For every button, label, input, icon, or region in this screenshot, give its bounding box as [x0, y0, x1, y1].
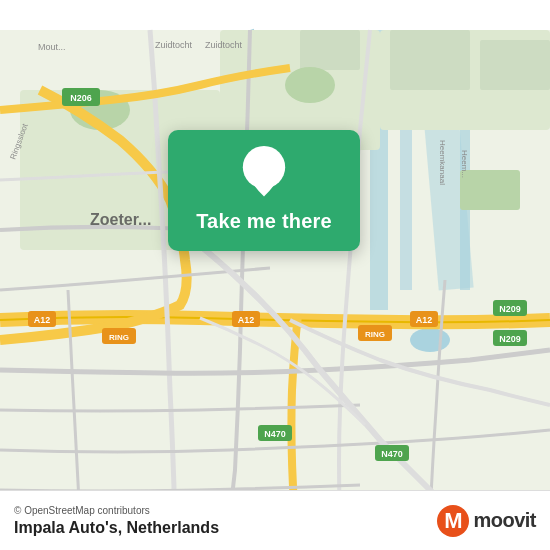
svg-text:N470: N470: [381, 449, 403, 459]
osm-attribution: © OpenStreetMap contributors: [14, 505, 219, 516]
svg-text:A12: A12: [238, 315, 255, 325]
svg-text:RING: RING: [365, 330, 385, 339]
svg-text:A12: A12: [34, 315, 51, 325]
svg-text:N209: N209: [499, 304, 521, 314]
location-pin-icon: [242, 146, 286, 198]
svg-rect-11: [480, 40, 550, 90]
svg-text:Zuidtocht: Zuidtocht: [205, 40, 243, 50]
svg-text:N470: N470: [264, 429, 286, 439]
bottom-info: © OpenStreetMap contributors Impala Auto…: [14, 505, 219, 537]
location-name: Impala Auto's, Netherlands: [14, 519, 219, 537]
svg-text:Zoeter...: Zoeter...: [90, 211, 151, 228]
bottom-bar: © OpenStreetMap contributors Impala Auto…: [0, 490, 550, 550]
take-me-there-button[interactable]: Take me there: [196, 210, 332, 233]
svg-text:N209: N209: [499, 334, 521, 344]
svg-text:Zuidtocht: Zuidtocht: [155, 40, 193, 50]
moovit-logo: M moovit: [437, 505, 536, 537]
svg-text:Heemkanaal: Heemkanaal: [438, 140, 447, 185]
moovit-icon: M: [437, 505, 469, 537]
location-card[interactable]: Take me there: [168, 130, 360, 251]
map-background: N206 A12 A12 A12 RING RING N470 N470 N20…: [0, 0, 550, 550]
map-container: N206 A12 A12 A12 RING RING N470 N470 N20…: [0, 0, 550, 550]
svg-text:Heem...: Heem...: [460, 150, 469, 178]
svg-text:Mout...: Mout...: [38, 42, 66, 52]
svg-point-14: [285, 67, 335, 103]
moovit-wordmark: moovit: [473, 509, 536, 532]
svg-text:A12: A12: [416, 315, 433, 325]
svg-rect-10: [390, 30, 470, 90]
svg-rect-12: [300, 30, 360, 70]
svg-point-6: [410, 328, 450, 352]
svg-text:N206: N206: [70, 93, 92, 103]
svg-text:RING: RING: [109, 333, 129, 342]
